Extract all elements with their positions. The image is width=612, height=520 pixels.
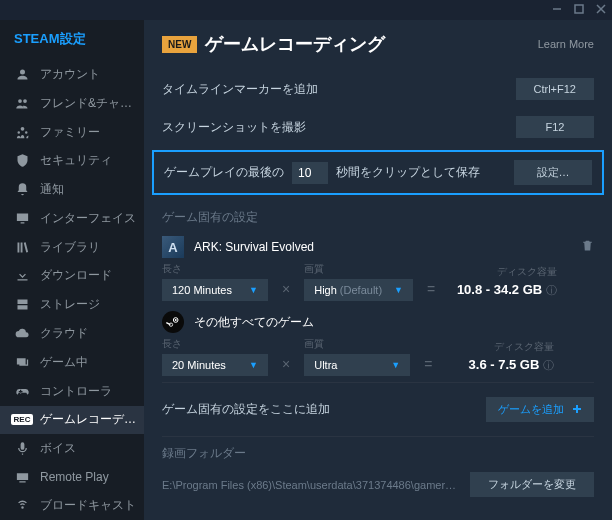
delete-game-button[interactable] xyxy=(581,239,594,255)
sidebar-item-voice[interactable]: ボイス xyxy=(0,434,144,463)
quality-label: 画質 xyxy=(304,262,413,276)
shield-icon xyxy=(14,153,30,169)
broadcast-icon xyxy=(14,498,30,514)
sidebar-item-friends[interactable]: フレンド&チャ… xyxy=(0,89,144,118)
sidebar-item-family[interactable]: ファミリー xyxy=(0,118,144,147)
change-folder-button[interactable]: フォルダーを変更 xyxy=(470,472,594,497)
cloud-icon xyxy=(14,326,30,342)
folder-path: E:\Program Files (x86)\Steam\userdata\37… xyxy=(162,479,460,491)
game-row-others: その他すべてのゲーム 長さ 20 Minutes▼ × 画質 Ultra▼ = … xyxy=(162,311,594,376)
sidebar-item-cloud[interactable]: クラウド xyxy=(0,319,144,348)
overlay-icon xyxy=(14,354,30,370)
controller-icon xyxy=(14,383,30,399)
clip-post-label: 秒間をクリップとして保存 xyxy=(336,164,480,181)
screenshot-label: スクリーンショットを撮影 xyxy=(162,119,306,136)
close-button[interactable] xyxy=(596,4,606,16)
sidebar-item-notifications[interactable]: 通知 xyxy=(0,175,144,204)
folder-title: 録画フォルダー xyxy=(162,445,594,462)
steam-logo-icon xyxy=(162,311,184,333)
sidebar-item-account[interactable]: アカウント xyxy=(0,60,144,89)
info-icon[interactable]: ⓘ xyxy=(543,359,554,371)
rec-icon: REC xyxy=(14,412,30,428)
chevron-down-icon: ▼ xyxy=(391,360,400,370)
clip-pre-label: ゲームプレイの最後の xyxy=(164,164,284,181)
divider xyxy=(162,382,594,383)
page-title: ゲームレコーディング xyxy=(205,32,529,56)
chevron-down-icon: ▼ xyxy=(394,285,403,295)
svg-point-3 xyxy=(175,319,177,321)
sidebar-item-broadcast[interactable]: ブロードキャスト xyxy=(0,491,144,520)
timeline-marker-hotkey[interactable]: Ctrl+F12 xyxy=(516,78,595,100)
chevron-down-icon: ▼ xyxy=(249,360,258,370)
ark-quality-dropdown[interactable]: High (Default)▼ xyxy=(304,279,413,301)
quality-label: 画質 xyxy=(304,337,410,351)
disk-label: ディスク容量 xyxy=(449,265,557,279)
info-icon[interactable]: ⓘ xyxy=(546,284,557,296)
add-game-label: ゲーム固有の設定をここに追加 xyxy=(162,401,330,418)
others-quality-dropdown[interactable]: Ultra▼ xyxy=(304,354,410,376)
clip-save-row: ゲームプレイの最後の 秒間をクリップとして保存 設定… xyxy=(152,150,604,195)
remote-icon xyxy=(14,469,30,485)
game-name: その他すべてのゲーム xyxy=(194,314,594,331)
screenshot-row: スクリーンショットを撮影 F12 xyxy=(162,108,594,146)
monitor-icon xyxy=(14,210,30,226)
game-row-ark: A ARK: Survival Evolved 長さ 120 Minutes▼ … xyxy=(162,236,594,301)
others-disk-value: 3.6 - 7.5 GB xyxy=(469,357,540,372)
add-game-button[interactable]: ゲームを追加 xyxy=(486,397,594,422)
ark-disk-value: 10.8 - 34.2 GB xyxy=(457,282,542,297)
svg-rect-0 xyxy=(575,5,583,13)
app-title: STEAM設定 xyxy=(0,24,144,60)
friends-icon xyxy=(14,95,30,111)
ark-logo-icon: A xyxy=(162,236,184,258)
learn-more-link[interactable]: Learn More xyxy=(538,38,594,50)
plus-icon xyxy=(572,404,582,416)
length-label: 長さ xyxy=(162,337,268,351)
minimize-button[interactable] xyxy=(552,4,562,16)
clip-settings-button[interactable]: 設定… xyxy=(514,160,592,185)
sidebar-item-recording[interactable]: RECゲームレコーデ… xyxy=(0,406,144,435)
mic-icon xyxy=(14,441,30,457)
timeline-marker-label: タイムラインマーカーを追加 xyxy=(162,81,318,98)
maximize-button[interactable] xyxy=(574,4,584,16)
window-controls xyxy=(0,0,612,20)
timeline-marker-row: タイムラインマーカーを追加 Ctrl+F12 xyxy=(162,70,594,108)
sidebar-item-security[interactable]: セキュリティ xyxy=(0,146,144,175)
sidebar-item-storage[interactable]: ストレージ xyxy=(0,290,144,319)
sidebar-item-remoteplay[interactable]: Remote Play xyxy=(0,463,144,491)
length-label: 長さ xyxy=(162,262,268,276)
new-badge: NEW xyxy=(162,36,197,53)
ark-length-dropdown[interactable]: 120 Minutes▼ xyxy=(162,279,268,301)
svg-point-1 xyxy=(166,315,181,330)
sidebar-item-controller[interactable]: コントローラ xyxy=(0,377,144,406)
multiply-icon: × xyxy=(282,267,290,297)
sidebar-item-interface[interactable]: インターフェイス xyxy=(0,204,144,233)
multiply-icon: × xyxy=(282,342,290,372)
family-icon xyxy=(14,124,30,140)
sidebar-item-library[interactable]: ライブラリ xyxy=(0,233,144,262)
user-icon xyxy=(14,66,30,82)
library-icon xyxy=(14,239,30,255)
divider xyxy=(162,436,594,437)
clip-seconds-input[interactable] xyxy=(292,162,328,184)
main-content: NEW ゲームレコーディング Learn More タイムラインマーカーを追加 … xyxy=(144,20,612,520)
equals-icon: = xyxy=(424,342,432,372)
bell-icon xyxy=(14,182,30,198)
storage-icon xyxy=(14,297,30,313)
screenshot-hotkey[interactable]: F12 xyxy=(516,116,594,138)
disk-label: ディスク容量 xyxy=(446,340,554,354)
sidebar: STEAM設定 アカウント フレンド&チャ… ファミリー セキュリティ 通知 イ… xyxy=(0,20,144,520)
chevron-down-icon: ▼ xyxy=(249,285,258,295)
sidebar-item-ingame[interactable]: ゲーム中 xyxy=(0,348,144,377)
equals-icon: = xyxy=(427,267,435,297)
sidebar-item-downloads[interactable]: ダウンロード xyxy=(0,262,144,291)
game-name: ARK: Survival Evolved xyxy=(194,240,571,254)
others-length-dropdown[interactable]: 20 Minutes▼ xyxy=(162,354,268,376)
download-icon xyxy=(14,268,30,284)
game-specific-title: ゲーム固有の設定 xyxy=(162,209,594,226)
